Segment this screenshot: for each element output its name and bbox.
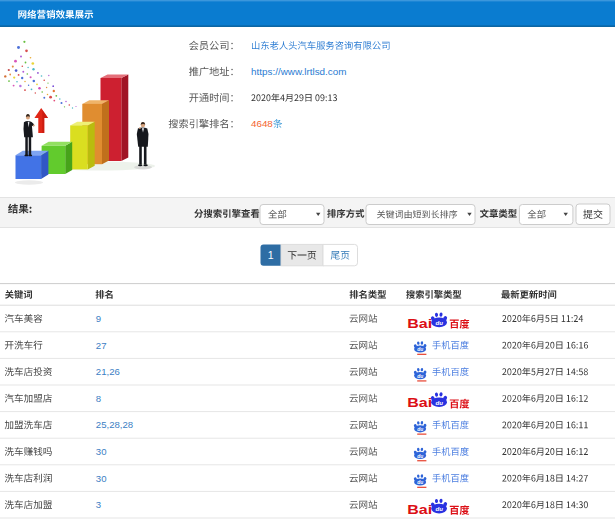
svg-text:27: 27 <box>96 340 107 351</box>
svg-text:9: 9 <box>96 313 101 324</box>
svg-text:4648: 4648 <box>251 118 273 129</box>
svg-text:25,28,28: 25,28,28 <box>96 419 133 430</box>
svg-text:30: 30 <box>96 446 107 457</box>
svg-text:8: 8 <box>96 393 101 404</box>
svg-text:30: 30 <box>96 473 107 484</box>
svg-text:https://www.lrtlsd.com: https://www.lrtlsd.com <box>251 66 346 77</box>
svg-text:21,26: 21,26 <box>96 366 120 377</box>
svg-text:3: 3 <box>96 499 101 510</box>
svg-text:1: 1 <box>268 249 274 261</box>
